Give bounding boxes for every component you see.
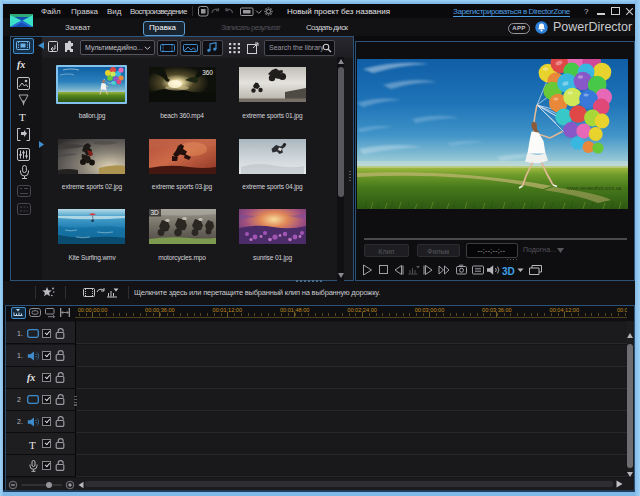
svg-text:360: 360 — [202, 69, 213, 76]
svg-text:3D: 3D — [502, 266, 515, 277]
svg-text:www.nevseoboi.com.ua: www.nevseoboi.com.ua — [567, 184, 622, 190]
svg-text:3D: 3D — [150, 209, 159, 216]
